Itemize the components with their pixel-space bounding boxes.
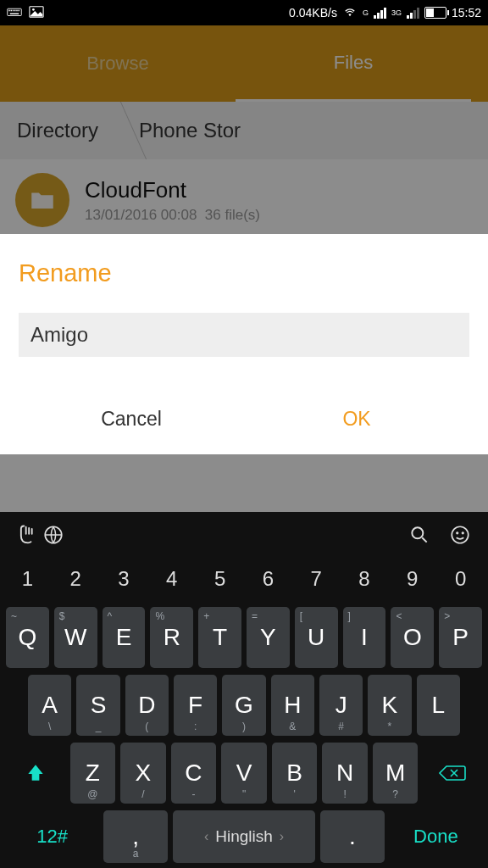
keyboard-number-row: 1234567890 bbox=[0, 558, 488, 600]
svg-rect-2 bbox=[11, 9, 13, 11]
svg-rect-4 bbox=[14, 9, 16, 11]
signal-bars-2 bbox=[407, 7, 419, 19]
key-i[interactable]: I] bbox=[343, 607, 386, 668]
key-7[interactable]: 7 bbox=[295, 558, 338, 600]
status-bar: 0.04KB/s G 3G 15:52 bbox=[0, 0, 488, 25]
svg-rect-5 bbox=[16, 9, 18, 11]
period-key[interactable]: . bbox=[320, 810, 385, 863]
key-e[interactable]: E^ bbox=[103, 607, 146, 668]
key-b[interactable]: B' bbox=[272, 743, 318, 804]
svg-rect-3 bbox=[13, 9, 14, 11]
key-n[interactable]: N! bbox=[322, 743, 368, 804]
shift-key[interactable] bbox=[6, 743, 65, 804]
network-speed: 0.04KB/s bbox=[289, 6, 337, 19]
key-4[interactable]: 4 bbox=[150, 558, 193, 600]
svg-point-11 bbox=[412, 527, 423, 538]
net-3g-label: 3G bbox=[391, 8, 402, 17]
key-p[interactable]: P> bbox=[439, 607, 482, 668]
ok-button[interactable]: OK bbox=[244, 396, 469, 442]
rename-input[interactable] bbox=[19, 313, 469, 357]
key-c[interactable]: C- bbox=[171, 743, 217, 804]
wifi-icon bbox=[342, 6, 358, 20]
key-s[interactable]: S_ bbox=[76, 675, 119, 736]
svg-point-14 bbox=[462, 532, 463, 534]
chevron-left-icon: ‹ bbox=[204, 829, 208, 844]
key-q[interactable]: Q~ bbox=[6, 607, 49, 668]
key-u[interactable]: U[ bbox=[295, 607, 338, 668]
key-k[interactable]: K* bbox=[368, 675, 411, 736]
svg-point-9 bbox=[32, 8, 35, 10]
key-r[interactable]: R% bbox=[150, 607, 193, 668]
net-g-label: G bbox=[363, 8, 369, 17]
key-0[interactable]: 0 bbox=[439, 558, 482, 600]
language-key[interactable]: ‹ Hinglish › bbox=[173, 810, 315, 863]
symbols-key[interactable]: 12# bbox=[6, 810, 98, 863]
comma-key[interactable]: , a bbox=[103, 810, 168, 863]
picture-icon bbox=[29, 5, 44, 21]
key-h[interactable]: H& bbox=[271, 675, 314, 736]
svg-point-13 bbox=[457, 532, 458, 534]
key-6[interactable]: 6 bbox=[247, 558, 290, 600]
svg-rect-7 bbox=[10, 13, 19, 14]
key-2[interactable]: 2 bbox=[54, 558, 97, 600]
dialog-title: Rename bbox=[19, 259, 469, 287]
key-l[interactable]: L bbox=[417, 675, 460, 736]
chevron-right-icon: › bbox=[280, 829, 284, 844]
clock: 15:52 bbox=[452, 6, 481, 19]
keyboard-icon bbox=[7, 5, 22, 21]
keyboard-row-qwerty: Q~W$E^R%T+Y=U[I]O<P> bbox=[0, 607, 488, 668]
key-v[interactable]: V" bbox=[221, 743, 267, 804]
battery-icon bbox=[424, 7, 446, 19]
key-d[interactable]: D( bbox=[125, 675, 169, 736]
key-1[interactable]: 1 bbox=[6, 558, 49, 600]
key-w[interactable]: W$ bbox=[54, 607, 97, 668]
smiley-icon[interactable] bbox=[447, 522, 473, 548]
key-5[interactable]: 5 bbox=[198, 558, 241, 600]
key-j[interactable]: J# bbox=[319, 675, 363, 736]
svg-rect-6 bbox=[19, 9, 20, 11]
key-a[interactable]: A\ bbox=[28, 675, 71, 736]
key-g[interactable]: G) bbox=[222, 675, 265, 736]
keyboard-row-zxcv: Z@X/C-V"B'N!M? bbox=[0, 743, 488, 804]
key-t[interactable]: T+ bbox=[198, 607, 241, 668]
svg-rect-1 bbox=[8, 9, 10, 11]
key-m[interactable]: M? bbox=[373, 743, 419, 804]
backspace-key[interactable] bbox=[423, 743, 482, 804]
key-8[interactable]: 8 bbox=[343, 558, 386, 600]
signal-bars-1 bbox=[374, 7, 386, 19]
key-y[interactable]: Y= bbox=[247, 607, 290, 668]
done-key[interactable]: Done bbox=[390, 810, 482, 863]
rename-dialog: Rename Cancel OK bbox=[0, 234, 488, 454]
key-o[interactable]: O< bbox=[391, 607, 434, 668]
touchpal-icon[interactable] bbox=[15, 522, 41, 548]
keyboard-bottom-row: 12# , a ‹ Hinglish › . Done bbox=[0, 810, 488, 863]
globe-icon[interactable] bbox=[41, 522, 66, 548]
key-x[interactable]: X/ bbox=[120, 743, 166, 804]
search-icon[interactable] bbox=[407, 522, 432, 548]
key-3[interactable]: 3 bbox=[103, 558, 146, 600]
keyboard-row-asdf: A\S_D(F:G)H&J#K*L bbox=[0, 675, 488, 736]
soft-keyboard: 1234567890 Q~W$E^R%T+Y=U[I]O<P> A\S_D(F:… bbox=[0, 512, 488, 868]
cancel-button[interactable]: Cancel bbox=[19, 396, 244, 442]
key-9[interactable]: 9 bbox=[391, 558, 434, 600]
amazon-icon: a bbox=[133, 848, 139, 860]
key-f[interactable]: F: bbox=[174, 675, 217, 736]
svg-rect-0 bbox=[8, 8, 22, 15]
key-z[interactable]: Z@ bbox=[70, 743, 116, 804]
svg-point-12 bbox=[452, 526, 469, 543]
